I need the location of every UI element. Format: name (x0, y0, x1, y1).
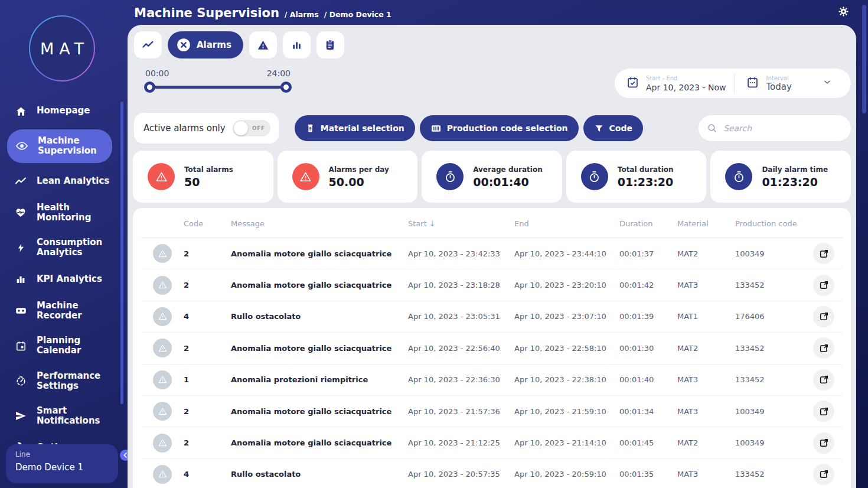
sort-desc-icon: ↓ (429, 219, 436, 228)
sidebar-item-health-monitoring[interactable]: Health Monitoring (0, 200, 118, 226)
stat-daily-alarm-time: Daily alarm time01:23:20 (710, 151, 851, 203)
sidebar-item-planning-calendar[interactable]: Planning Calendar (0, 333, 118, 359)
cell-start: Apr 10, 2023 - 21:57:36 (408, 407, 514, 416)
cell-start: Apr 10, 2023 - 22:56:40 (408, 344, 514, 353)
table-row[interactable]: 4 Rullo ostacolato Apr 10, 2023 - 20:57:… (141, 459, 843, 488)
time-range-row: 00:00 24:00 Start - End Apr 10, 2023 (134, 69, 851, 98)
open-alarm-button[interactable] (813, 275, 834, 296)
interval-dropdown[interactable]: Interval Today (735, 75, 851, 92)
search-icon (707, 123, 717, 134)
cell-code: 2 (184, 344, 231, 353)
cell-start: Apr 10, 2023 - 20:57:35 (408, 470, 514, 479)
col-start[interactable]: Start↓ (408, 219, 514, 228)
table-row[interactable]: 2 Anomalia motore giallo sciacquatrice A… (141, 427, 843, 458)
sidebar-scrollbar[interactable] (120, 102, 123, 404)
cell-start: Apr 10, 2023 - 21:12:25 (408, 438, 514, 447)
breadcrumb-device[interactable]: Demo Device 1 (329, 10, 391, 19)
col-duration[interactable]: Duration (619, 219, 677, 228)
breadcrumb-alarms[interactable]: Alarms (290, 10, 319, 19)
open-alarm-button[interactable] (813, 464, 834, 485)
stopwatch-icon (725, 163, 752, 190)
heart-pulse-icon (14, 206, 27, 219)
sidebar-item-kpi-analytics[interactable]: KPI Analytics (0, 270, 118, 289)
cell-message: Anomalia motore giallo sciacquatrice (231, 438, 408, 447)
slider-track[interactable] (145, 86, 291, 89)
tab-trend[interactable] (134, 31, 162, 58)
sidebar-item-lean-analytics[interactable]: Lean Analytics (0, 172, 118, 191)
col-message[interactable]: Message (231, 219, 408, 228)
open-alarm-button[interactable] (813, 306, 834, 327)
filter-row: Active alarms only OFF Material selectio… (134, 113, 851, 144)
cell-duration: 00:01:37 (619, 249, 677, 258)
code-filter-button[interactable]: Code (583, 115, 643, 141)
tab-report[interactable] (316, 31, 344, 58)
logo: MAT (29, 15, 95, 82)
table-row[interactable]: 2 Anomalia motore giallo sciacquatrice A… (141, 396, 843, 427)
col-end[interactable]: End (514, 219, 619, 228)
table-row[interactable]: 4 Rullo ostacolato Apr 10, 2023 - 23:05:… (141, 301, 843, 333)
col-production-code[interactable]: Production code (735, 219, 805, 228)
cell-message: Anomalia motore giallo sciacquatrice (231, 281, 408, 289)
sidebar-item-performance-settings[interactable]: Performance Settings (0, 368, 118, 395)
sidebar-item-machine-supervision[interactable]: Machine Supervision (7, 129, 112, 163)
col-code[interactable]: Code (184, 219, 231, 228)
slider-handle-end[interactable] (280, 82, 292, 93)
alarm-avatar-icon (153, 276, 172, 295)
col-material[interactable]: Material (677, 219, 735, 228)
cell-duration: 00:01:42 (619, 281, 677, 289)
table-row[interactable]: 2 Anomalia motore giallo sciacquatrice A… (141, 269, 843, 301)
table-row[interactable]: 1 Anomalia protezioni riempitrice Apr 10… (141, 365, 843, 396)
cell-duration: 00:01:39 (619, 312, 677, 321)
barcode-icon (430, 123, 442, 134)
interval-value: Today (766, 82, 791, 92)
search-box (699, 115, 851, 141)
open-alarm-button[interactable] (813, 243, 834, 264)
alarm-avatar-icon (153, 339, 172, 357)
cell-duration: 00:01:30 (619, 344, 677, 353)
date-range-picker[interactable]: Start - End Apr 10, 2023 - Now (615, 75, 734, 92)
cell-end: Apr 10, 2023 - 21:14:10 (514, 438, 619, 447)
breadcrumb: / Alarms (285, 10, 319, 19)
production-code-selection-button[interactable]: Production code selection (420, 115, 579, 141)
sidebar-nav: Homepage Machine Supervision Lean Analyt… (0, 102, 118, 457)
open-in-new-icon (819, 438, 829, 448)
cell-end: Apr 10, 2023 - 23:20:10 (514, 281, 619, 289)
page-scrollbar[interactable] (862, 5, 866, 113)
table-row[interactable]: 2 Anomalia motore giallo sciacquatrice A… (141, 333, 843, 364)
sidebar-item-homepage[interactable]: Homepage (0, 102, 118, 121)
table-row[interactable]: 2 Anomalia motore giallo sciacquatrice A… (141, 238, 843, 269)
cell-code: 2 (184, 407, 231, 416)
cell-end: Apr 10, 2023 - 23:07:10 (514, 312, 619, 321)
stat-total-alarms: Total alarms50 (133, 151, 273, 203)
tab-alarms[interactable]: Alarms (168, 31, 243, 58)
cell-start: Apr 10, 2023 - 23:05:31 (408, 312, 514, 321)
cell-start: Apr 10, 2023 - 22:36:30 (408, 375, 514, 384)
stat-alarms-per-day: Alarms per day50.00 (278, 151, 418, 203)
open-in-new-icon (819, 469, 829, 479)
slider-handle-start[interactable] (144, 82, 155, 93)
active-alarms-toggle[interactable]: OFF (233, 120, 270, 136)
material-selection-button[interactable]: Material selection (295, 115, 415, 141)
open-alarm-button[interactable] (813, 401, 834, 422)
cell-production-code: 100349 (735, 407, 805, 416)
sidebar-item-consumption-analytics[interactable]: Consumption Analytics (0, 235, 118, 261)
open-alarm-button[interactable] (813, 369, 834, 391)
main-panel: Alarms 00:00 24:00 (128, 25, 856, 488)
sidebar-item-smart-notifications[interactable]: Smart Notifications (0, 403, 118, 430)
open-alarm-button[interactable] (813, 337, 834, 359)
stat-total-duration: Total duration01:23:20 (566, 151, 707, 203)
sidebar-item-machine-recorder[interactable]: Machine Recorder (0, 298, 118, 324)
cell-end: Apr 10, 2023 - 22:38:10 (514, 375, 619, 384)
cell-end: Apr 10, 2023 - 22:58:10 (514, 344, 619, 353)
view-tabs: Alarms (134, 31, 851, 58)
open-in-new-icon (819, 311, 829, 321)
tab-warnings[interactable] (249, 31, 277, 58)
alarms-table: Code Message Start↓ End Duration Materia… (133, 208, 851, 488)
device-selector[interactable]: Line Demo Device 1 (6, 444, 118, 483)
app-root: MAT Homepage Machine Supervision Lean An… (0, 0, 868, 488)
search-input[interactable] (722, 123, 843, 134)
settings-gear-icon[interactable] (838, 6, 849, 19)
cell-production-code: 133452 (735, 470, 805, 479)
tab-statistics[interactable] (283, 31, 311, 58)
open-alarm-button[interactable] (813, 432, 834, 454)
